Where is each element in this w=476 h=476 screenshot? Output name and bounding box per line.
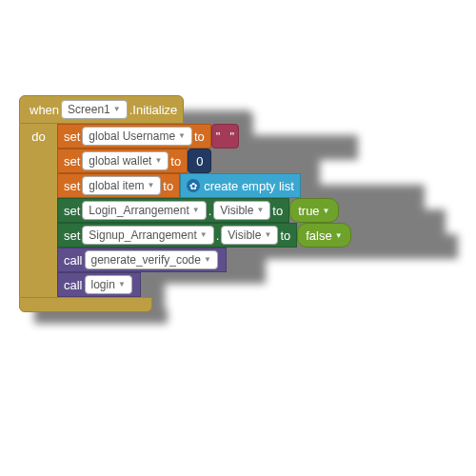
property-dropdown[interactable]: Visible▼ [221, 226, 278, 245]
create-empty-list-block[interactable]: ✿ create empty list [180, 173, 301, 198]
set-component-block[interactable]: set Login_Arrangement▼ . Visible▼ to [57, 198, 289, 223]
set-global-wallet-row[interactable]: set global wallet▼ to 0 [19, 149, 351, 173]
call-block[interactable]: call generate_verify_code▼ [57, 248, 227, 272]
string-value-block[interactable]: " " [211, 124, 239, 149]
var-dropdown[interactable]: global item▼ [82, 176, 161, 195]
call-block[interactable]: call login▼ [57, 272, 141, 297]
set-component-block[interactable]: set Signup_Arrangement▼ . Visible▼ to [57, 223, 297, 248]
event-label: .Initialize [129, 103, 178, 117]
set-block[interactable]: set global item▼ to [57, 173, 180, 198]
set-block[interactable]: set global wallet▼ to [57, 149, 188, 173]
when-label: when [30, 103, 59, 117]
gear-icon[interactable]: ✿ [187, 179, 200, 192]
property-dropdown[interactable]: Visible▼ [213, 201, 270, 220]
var-dropdown[interactable]: global wallet▼ [82, 151, 169, 170]
call-generate-verify-code-row[interactable]: call generate_verify_code▼ [19, 248, 351, 272]
procedure-dropdown[interactable]: generate_verify_code▼ [85, 250, 218, 269]
var-dropdown[interactable]: global Username▼ [82, 127, 192, 146]
set-signup-visible-row[interactable]: set Signup_Arrangement▼ . Visible▼ to fa… [19, 223, 351, 248]
component-dropdown[interactable]: Signup_Arrangement▼ [82, 226, 213, 245]
component-dropdown[interactable]: Screen1▼ [61, 100, 128, 119]
set-global-username-row[interactable]: do set global Username▼ to " " [19, 124, 351, 149]
bool-value-block[interactable]: false▼ [297, 223, 350, 248]
when-block-header[interactable]: when Screen1▼ .Initialize [19, 95, 351, 124]
when-block-footer [19, 297, 351, 312]
bool-value-block[interactable]: true▼ [289, 198, 338, 223]
set-block[interactable]: set global Username▼ to [57, 124, 211, 149]
procedure-dropdown[interactable]: login▼ [85, 275, 132, 294]
do-label: do [31, 129, 45, 144]
number-value-block[interactable]: 0 [188, 149, 211, 173]
call-login-row[interactable]: call login▼ [19, 272, 351, 297]
set-global-item-row[interactable]: set global item▼ to ✿ create empty list [19, 173, 351, 198]
set-login-visible-row[interactable]: set Login_Arrangement▼ . Visible▼ to tru… [19, 198, 351, 223]
component-dropdown[interactable]: Login_Arrangement▼ [82, 201, 206, 220]
